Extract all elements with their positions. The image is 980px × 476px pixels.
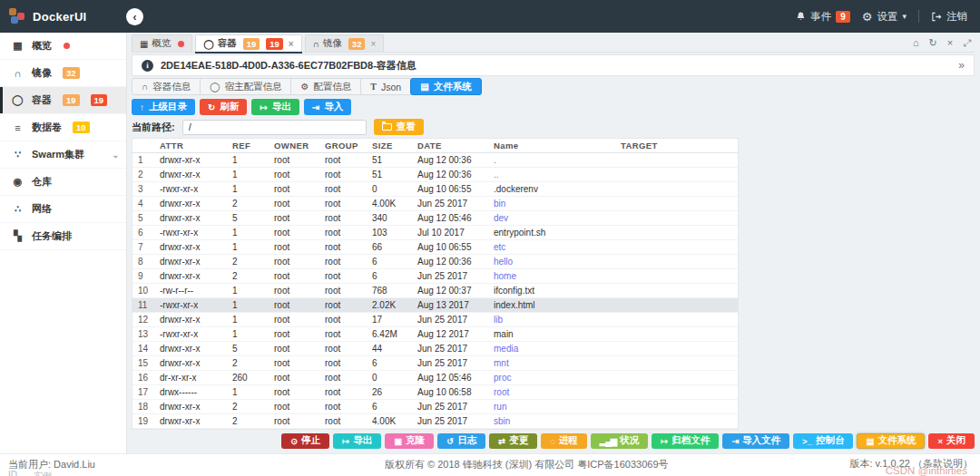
table-row[interactable]: 19drwxr-xr-x2rootroot4.00KJun 25 2017sbi… [132, 413, 738, 428]
sidebar-item-swarm[interactable]: ∵Swarm集群⌄ [0, 141, 126, 169]
double-chevron-right-icon[interactable]: » [958, 59, 965, 72]
tab-close-icon[interactable]: × [289, 39, 294, 49]
sidebar-item-images[interactable]: ∩镜像32 [0, 60, 126, 87]
refresh-button[interactable]: ↻刷新 [200, 99, 247, 115]
ref-cell: 5 [227, 341, 269, 355]
table-row[interactable]: 16dr-xr-xr-x260rootroot0Aug 12 05:46proc [132, 370, 738, 384]
file-link[interactable]: dev [494, 213, 508, 223]
table-row[interactable]: 8drwxr-xr-x2rootroot6Aug 12 00:36hello [132, 254, 738, 268]
subtab-config[interactable]: ⚙配置信息 [290, 78, 361, 95]
diff-icon: ⇄ [498, 436, 505, 446]
table-row[interactable]: 14drwxr-xr-x5rootroot44Jun 25 2017media [132, 341, 738, 355]
export-icon: ↦ [260, 102, 267, 112]
filesystem-toolbar: ↑上级目录↻刷新↦导出⇥导入 [132, 99, 975, 115]
console-button[interactable]: >_控制台 [793, 433, 853, 449]
table-row[interactable]: 11-rwxr-xr-x1rootroot2.02KAug 13 2017ind… [132, 297, 738, 312]
sidebar-item-tasks[interactable]: ▚任务编排 [0, 223, 126, 250]
home-icon[interactable]: ⌂ [913, 37, 919, 49]
table-row[interactable]: 10-rw-r--r--1rootroot768Aug 12 00:37ifco… [132, 283, 738, 297]
table-row[interactable]: 5drwxr-xr-x5rootroot340Aug 12 05:46dev [132, 210, 738, 225]
archive-button[interactable]: ↦归档文件 [652, 433, 719, 449]
sidebar-item-containers[interactable]: ◯容器1919 [0, 87, 126, 114]
tab-images[interactable]: ∩镜像32× [305, 34, 385, 52]
attr-cell: drwxr-xr-x [154, 196, 227, 210]
sidebar-collapse-button[interactable]: ‹ [126, 8, 143, 25]
file-link[interactable]: etc [494, 242, 505, 252]
column-header: SIZE [367, 139, 412, 152]
clipped-col2: 实例 [34, 470, 52, 476]
sidebar-item-overview[interactable]: ▦概览 [0, 33, 126, 60]
events-label: 事件 [810, 10, 831, 24]
tab-overview[interactable]: ▦概览 [132, 34, 192, 52]
subtab-host-config[interactable]: ◯宿主配置信息 [200, 78, 291, 95]
path-row: 当前路径: 查看 [132, 119, 975, 135]
file-link[interactable]: home [494, 271, 516, 281]
attr-cell: drwxr-xr-x [154, 210, 227, 225]
tab-containers[interactable]: ◯容器1919× [195, 34, 301, 52]
parent-dir-button[interactable]: ↑上级目录 [132, 99, 195, 115]
table-row[interactable]: 9drwxr-xr-x2rootroot6Jun 25 2017home [132, 268, 738, 283]
export-button[interactable]: ↦导出 [333, 433, 381, 449]
button-label: 停止 [301, 434, 320, 447]
file-link[interactable]: hello [494, 257, 513, 267]
logout-button[interactable]: 注销 [931, 10, 967, 24]
table-row[interactable]: 7drwxr-xr-x1rootroot66Aug 10 06:55etc [132, 239, 738, 254]
import-file-button[interactable]: ⇥导入文件 [722, 433, 789, 449]
file-link[interactable]: media [494, 344, 518, 354]
close-button[interactable]: ×关闭 [928, 433, 975, 449]
events-button[interactable]: 事件 9 [796, 10, 850, 24]
import-button[interactable]: ⇥导入 [304, 99, 351, 115]
clone-button[interactable]: ▣克隆 [385, 433, 434, 449]
file-link[interactable]: run [494, 402, 506, 412]
logs-button[interactable]: ↺日志 [437, 433, 485, 449]
group-cell: root [319, 399, 367, 413]
file-link[interactable]: bin [494, 199, 505, 209]
ref-cell: 2 [227, 355, 269, 370]
settings-button[interactable]: ⚙ 设置 ▾ [862, 10, 906, 24]
sidebar-item-volumes[interactable]: ≡数据卷10 [0, 114, 126, 141]
swarm-icon: ∵ [12, 149, 24, 160]
sidebar-item-registry[interactable]: ◉仓库 [0, 169, 126, 196]
current-path-input[interactable] [182, 120, 367, 135]
table-row[interactable]: 6-rwxr-xr-x1rootroot103Jul 10 2017entryp… [132, 225, 738, 239]
stats-button[interactable]: ▂▄▆状况 [591, 433, 648, 449]
file-link[interactable]: mnt [494, 358, 509, 368]
view-button[interactable]: 查看 [374, 119, 424, 135]
close-icon[interactable]: × [947, 37, 953, 49]
file-link[interactable]: .. [494, 170, 499, 180]
table-row[interactable]: 3-rwxr-xr-x1rootroot0Aug 10 06:55.docker… [132, 181, 738, 196]
sidebar-item-network[interactable]: ∴网络 [0, 196, 126, 223]
table-row[interactable]: 13-rwxr-xr-x1rootroot6.42MAug 12 2017mai… [132, 326, 738, 341]
column-header: REF [227, 139, 269, 152]
file-link[interactable]: . [494, 155, 496, 165]
group-cell: root [319, 413, 367, 428]
stop-button[interactable]: ⊙停止 [281, 433, 329, 449]
table-row[interactable]: 12drwxr-xr-x1rootroot17Jun 25 2017lib [132, 312, 738, 326]
owner-cell: root [269, 167, 319, 181]
file-link[interactable]: root [494, 387, 509, 397]
file-link[interactable]: proc [494, 373, 511, 383]
navbar-divider [918, 10, 919, 23]
expand-icon[interactable]: ⤢ [963, 37, 971, 49]
subtab-container-info[interactable]: ∩容器信息 [132, 78, 201, 95]
tab-close-icon[interactable]: × [370, 39, 376, 49]
row-number: 6 [132, 225, 154, 239]
export-button[interactable]: ↦导出 [251, 99, 299, 115]
volume-icon: ≡ [12, 122, 24, 133]
table-row[interactable]: 4drwxr-xr-x2rootroot4.00KJun 25 2017bin [132, 196, 738, 210]
row-number: 15 [132, 355, 154, 370]
table-row[interactable]: 17drwx------1rootroot26Aug 10 06:58root [132, 384, 738, 399]
file-link[interactable]: lib [494, 315, 503, 325]
table-row[interactable]: 15drwxr-xr-x2rootroot6Jun 25 2017mnt [132, 355, 738, 370]
table-row[interactable]: 2drwxr-xr-x1rootroot51Aug 12 00:36.. [132, 167, 738, 181]
subtab-filesystem[interactable]: ▤文件系统 [410, 78, 481, 95]
processes-button[interactable]: ◌进程 [541, 433, 587, 449]
table-row[interactable]: 1drwxr-xr-x1rootroot51Aug 12 00:36. [132, 152, 738, 167]
notification-dot [64, 43, 70, 49]
diff-button[interactable]: ⇄变更 [489, 433, 537, 449]
subtab-json[interactable]: TJson [360, 78, 411, 95]
filesystem-button[interactable]: ▤文件系统 [857, 433, 925, 449]
file-link[interactable]: sbin [494, 416, 510, 426]
table-row[interactable]: 18drwxr-xr-x2rootroot6Jun 25 2017run [132, 399, 738, 413]
refresh-icon[interactable]: ↻ [929, 37, 937, 49]
